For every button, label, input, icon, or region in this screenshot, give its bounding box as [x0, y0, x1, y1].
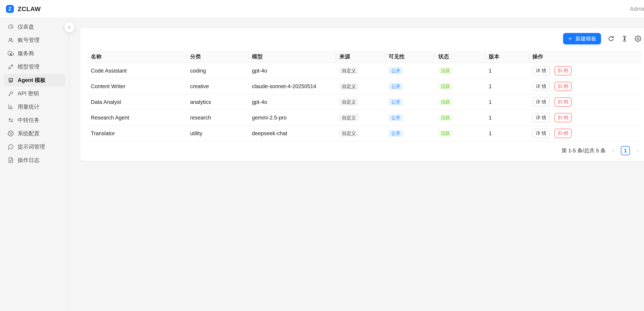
- table-settings-button[interactable]: [634, 35, 641, 42]
- pagination-page-1[interactable]: 1: [621, 146, 630, 155]
- cell-category: creative: [187, 79, 248, 94]
- cell-name: Data Analyst: [88, 95, 187, 110]
- cell-name: Translator: [88, 126, 187, 141]
- cell-model: gpt-4o: [248, 63, 336, 79]
- settings-gear-icon: [634, 35, 641, 42]
- table-toolbar: 新建模板: [88, 33, 641, 44]
- sidebar-item-dashboard[interactable]: 仪表盘: [3, 21, 66, 33]
- detail-button[interactable]: 详情: [532, 129, 550, 138]
- chevron-right-icon: [636, 149, 640, 153]
- sidebar-item-operation-logs[interactable]: 操作日志: [3, 154, 66, 167]
- cell-model: gpt-4o: [248, 95, 336, 110]
- cell-category: utility: [187, 126, 248, 141]
- detail-button[interactable]: 详情: [532, 113, 550, 122]
- table-row: Research Agent research gemini-2.5-pro 自…: [88, 110, 641, 126]
- brand-name: ZCLAW: [18, 5, 41, 13]
- bar-chart-icon: [8, 104, 14, 110]
- document-icon: [8, 157, 14, 163]
- new-template-label: 新建模板: [575, 35, 596, 42]
- cell-version: 1: [485, 126, 529, 141]
- sidebar-item-agent-templates[interactable]: Agent 模板: [3, 74, 66, 87]
- sidebar-item-accounts[interactable]: 账号管理: [3, 34, 66, 47]
- app-root: Z ZCLAW Admin 仪表盘 账号管理 服务商 模型管理 Agent 模板: [0, 0, 644, 311]
- refresh-icon: [608, 35, 614, 42]
- detail-button[interactable]: 详情: [532, 97, 550, 107]
- archive-button[interactable]: 归档: [554, 97, 572, 107]
- robot-icon: [8, 77, 14, 83]
- sidebar-item-label: 操作日志: [18, 156, 40, 164]
- gear-icon: [8, 130, 14, 137]
- sidebar-collapse-button[interactable]: [64, 22, 74, 32]
- archive-button[interactable]: 归档: [554, 129, 572, 138]
- cell-model: claude-sonnet-4-20250514: [248, 79, 336, 94]
- cell-category: coding: [187, 63, 248, 79]
- sidebar-item-system-config[interactable]: 系统配置: [3, 127, 66, 140]
- pagination-next-button[interactable]: [634, 146, 642, 155]
- density-button[interactable]: [621, 35, 628, 42]
- key-icon: [8, 90, 14, 97]
- cell-version: 1: [485, 79, 529, 94]
- source-badge: 自定义: [340, 114, 358, 121]
- column-header-source: 来源: [336, 51, 385, 63]
- detail-button[interactable]: 详情: [532, 82, 550, 91]
- column-header-model: 模型: [248, 51, 336, 63]
- sidebar-item-relay-tasks[interactable]: 中转任务: [3, 114, 66, 127]
- cell-name: Content Writer: [88, 79, 187, 94]
- sidebar-item-label: 账号管理: [18, 36, 40, 44]
- cloud-server-icon: [8, 50, 14, 57]
- sidebar: 仪表盘 账号管理 服务商 模型管理 Agent 模板 API 密钥 用量统计: [0, 18, 70, 311]
- column-header-version: 版本: [485, 51, 529, 63]
- detail-button[interactable]: 详情: [532, 66, 550, 75]
- sidebar-item-label: API 密钥: [18, 90, 39, 97]
- cell-name: Research Agent: [88, 110, 187, 126]
- table-header-row: 名称 分类 模型 来源 可见性 状态 版本 操作: [88, 51, 641, 63]
- visibility-badge: 公开: [388, 67, 403, 74]
- sidebar-item-usage-stats[interactable]: 用量统计: [3, 101, 66, 113]
- archive-button[interactable]: 归档: [554, 113, 572, 122]
- status-badge: 活跃: [438, 114, 452, 121]
- sidebar-item-models[interactable]: 模型管理: [3, 61, 66, 73]
- pagination-prev-button[interactable]: [609, 146, 617, 155]
- status-badge: 活跃: [438, 67, 452, 74]
- sidebar-item-label: 服务商: [18, 50, 34, 57]
- cell-model: deepseek-chat: [248, 126, 336, 141]
- new-template-button[interactable]: 新建模板: [563, 33, 601, 44]
- column-header-name: 名称: [88, 51, 187, 63]
- column-header-actions: 操作: [529, 51, 642, 63]
- cell-model: gemini-2.5-pro: [248, 110, 336, 126]
- user-menu[interactable]: Admin: [630, 6, 644, 12]
- message-icon: [8, 144, 14, 150]
- visibility-badge: 公开: [388, 130, 403, 137]
- column-header-visibility: 可见性: [385, 51, 435, 63]
- sidebar-item-api-keys[interactable]: API 密钥: [3, 87, 66, 100]
- sidebar-item-prompt-management[interactable]: 提示词管理: [3, 141, 66, 153]
- sidebar-item-label: 提示词管理: [18, 143, 45, 151]
- table-row: Translator utility deepseek-chat 自定义 公开 …: [88, 126, 641, 141]
- archive-button[interactable]: 归档: [554, 66, 572, 75]
- plug-icon: [8, 64, 14, 70]
- sidebar-item-label: 中转任务: [18, 116, 40, 124]
- top-header: Z ZCLAW Admin: [0, 0, 644, 18]
- cell-category: analytics: [187, 95, 248, 110]
- cell-version: 1: [485, 63, 529, 79]
- chevron-left-icon: [67, 25, 72, 30]
- chevron-left-icon: [611, 149, 616, 153]
- swap-arrows-icon: [8, 117, 14, 123]
- source-badge: 自定义: [340, 67, 358, 74]
- source-badge: 自定义: [340, 83, 358, 90]
- cell-version: 1: [485, 110, 529, 126]
- sidebar-item-providers[interactable]: 服务商: [3, 47, 66, 60]
- table-row: Data Analyst analytics gpt-4o 自定义 公开 活跃 …: [88, 95, 641, 110]
- sidebar-item-label: 用量统计: [18, 103, 40, 111]
- pagination-summary: 第 1-5 条/总共 5 条: [562, 147, 606, 154]
- cell-version: 1: [485, 95, 529, 110]
- cell-name: Code Assistant: [88, 63, 187, 79]
- sidebar-item-label: 模型管理: [18, 63, 40, 71]
- refresh-button[interactable]: [608, 35, 614, 42]
- archive-button[interactable]: 归档: [554, 82, 572, 91]
- table-row: Code Assistant coding gpt-4o 自定义 公开 活跃 1…: [88, 63, 641, 79]
- content-card: 新建模板 名称 分类 模型 来源: [80, 28, 644, 161]
- visibility-badge: 公开: [388, 83, 403, 90]
- sidebar-item-label: Agent 模板: [18, 76, 46, 84]
- status-badge: 活跃: [438, 130, 452, 137]
